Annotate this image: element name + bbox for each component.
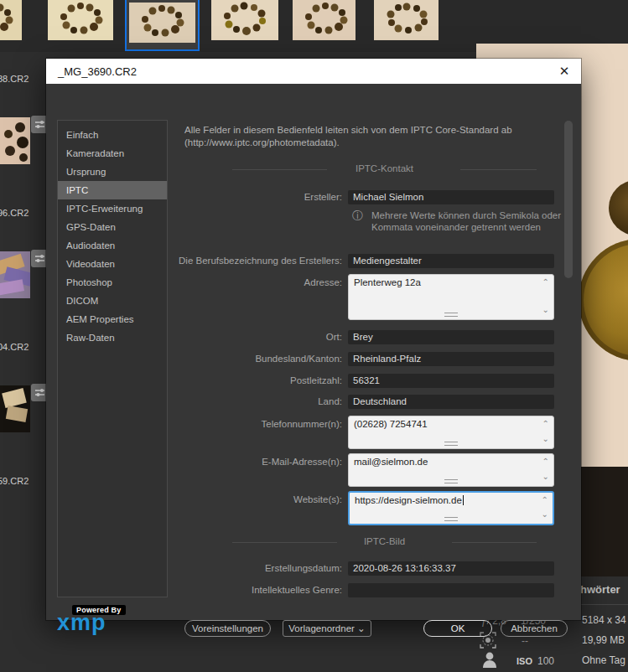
chevron-up-icon[interactable]: ⌃ xyxy=(542,421,549,427)
telefonnummer-field[interactable]: (02628) 7254741 ⌃ ⌄ xyxy=(348,416,554,449)
coins-photo xyxy=(211,0,277,39)
dialog-titlebar: _MG_3690.CR2 ✕ xyxy=(46,59,581,84)
text-cursor xyxy=(463,495,464,505)
ok-button[interactable]: OK xyxy=(423,620,492,637)
coins-photo xyxy=(129,3,195,41)
chevron-down-icon: ⌄ xyxy=(357,623,366,633)
field-label: Ort: xyxy=(166,332,342,342)
vorlagenordner-dropdown[interactable]: Vorlagenordner ⌄ xyxy=(283,620,371,637)
field-label: Die Berufsbezeichnung des Erstellers: xyxy=(166,256,342,266)
resize-handle[interactable] xyxy=(444,517,458,521)
field-label: Intellektuelles Genre: xyxy=(166,585,342,595)
flash-value: -- xyxy=(522,635,528,647)
filmstrip-filename[interactable]: 04.CR2 xyxy=(0,342,34,352)
xmp-wordmark: xmp xyxy=(57,610,106,635)
coin-large xyxy=(579,239,628,361)
field-label: Land: xyxy=(166,396,342,406)
erstellungsdatum-field[interactable]: 2020-08-26 13:16:33.37 xyxy=(348,561,554,576)
coins-photo xyxy=(48,0,113,39)
metadata-dialog: _MG_3690.CR2 ✕ Einfach Kameradaten Urspr… xyxy=(46,59,581,620)
filmstrip-filename[interactable]: 96.CR2 xyxy=(0,208,34,218)
thumbnail[interactable] xyxy=(211,0,278,40)
dialog-body: Einfach Kameradaten Ursprung IPTC IPTC-E… xyxy=(46,84,581,620)
sidebar-item-ursprung[interactable]: Ursprung xyxy=(58,163,167,181)
sidebar-item-iptc-erweiterung[interactable]: IPTC-Erweiterung xyxy=(58,199,167,218)
resize-handle[interactable] xyxy=(444,442,458,446)
iso-value: 100 xyxy=(537,655,554,667)
filmstrip-thumbnail[interactable] xyxy=(0,385,30,432)
field-label: Ersteller: xyxy=(166,192,342,202)
person-icon xyxy=(482,651,497,671)
filmstrip-filename[interactable]: 88.CR2 xyxy=(0,74,34,84)
coins-photo xyxy=(0,0,22,39)
sidebar-item-photoshop[interactable]: Photoshop xyxy=(58,273,167,292)
chevron-down-icon[interactable]: ⌄ xyxy=(542,436,549,442)
abbrechen-button[interactable]: Abbrechen xyxy=(501,620,568,637)
field-label: Erstellungsdatum: xyxy=(166,563,342,573)
field-label: Bundesland/Kanton: xyxy=(166,354,342,364)
filmstrip-thumbnail[interactable] xyxy=(0,117,30,164)
dialog-title: _MG_3690.CR2 xyxy=(58,65,137,78)
chevron-up-icon[interactable]: ⌃ xyxy=(542,279,549,286)
file-size-value: 19,99 MB xyxy=(582,634,625,646)
chevron-down-icon[interactable]: ⌄ xyxy=(542,307,549,313)
ersteller-field[interactable]: Michael Sielmon xyxy=(348,190,554,204)
coin-small xyxy=(609,180,628,235)
dimensions-value: 5184 x 34 xyxy=(582,614,626,626)
sidebar-item-videodaten[interactable]: Videodaten xyxy=(58,255,167,273)
panel-divider xyxy=(579,604,628,605)
chevron-down-icon[interactable]: ⌄ xyxy=(542,511,548,518)
resize-handle[interactable] xyxy=(444,313,458,317)
label-status-value: Ohne Tag xyxy=(582,654,625,666)
filmstrip-filename[interactable]: 59.CR2 xyxy=(0,476,34,486)
land-field[interactable]: Deutschland xyxy=(348,395,554,409)
sidebar-item-einfach[interactable]: Einfach xyxy=(58,126,167,144)
filmstrip-thumbnail[interactable] xyxy=(0,251,30,298)
sidebar-item-kameradaten[interactable]: Kameradaten xyxy=(58,144,167,163)
field-label: Postleitzahl: xyxy=(166,375,342,385)
postleitzahl-field[interactable]: 56321 xyxy=(348,374,554,388)
website-field[interactable]: https://design-sielmon.de ⌃ ⌄ xyxy=(348,491,554,525)
email-field[interactable]: mail@sielmon.de ⌃ ⌄ xyxy=(348,453,554,487)
bundesland-field[interactable]: Rheinland-Pfalz xyxy=(348,352,554,366)
resize-handle[interactable] xyxy=(444,479,458,483)
sidebar-item-iptc[interactable]: IPTC xyxy=(58,181,167,199)
bridge-app: 88.CR2 96.CR2 04.CR2 59.CR2 hwörter ƒ/ xyxy=(0,0,628,672)
field-label: Adresse: xyxy=(166,277,342,287)
xmp-logo: Powered By xmp xyxy=(57,605,141,640)
sidebar-item-raw-daten[interactable]: Raw-Daten xyxy=(58,328,167,347)
thumbnail xyxy=(129,3,195,43)
field-label: Website(s): xyxy=(166,494,342,504)
info-note: Mehrere Werte können durch Semikola oder… xyxy=(371,209,564,233)
coins-photo xyxy=(374,0,439,39)
thumbnail[interactable] xyxy=(293,0,356,40)
sidebar-item-dicom[interactable]: DICOM xyxy=(58,292,167,310)
thumbnail-selected[interactable] xyxy=(125,0,200,51)
berufsbezeichnung-field[interactable]: Mediengestalter xyxy=(348,254,554,268)
field-label: E-Mail-Adresse(n): xyxy=(166,457,342,467)
metadata-category-list: Einfach Kameradaten Ursprung IPTC IPTC-E… xyxy=(57,120,168,597)
sidebar-item-aem-properties[interactable]: AEM Properties xyxy=(58,310,167,328)
chevron-up-icon[interactable]: ⌃ xyxy=(542,497,548,504)
close-icon[interactable]: ✕ xyxy=(556,63,573,80)
keywords-tab[interactable]: hwörter xyxy=(580,583,620,596)
coins-photo xyxy=(293,0,356,39)
ort-field[interactable]: Brey xyxy=(348,330,554,344)
thumbnail[interactable] xyxy=(0,0,22,40)
chevron-up-icon[interactable]: ⌃ xyxy=(542,458,549,465)
info-icon: ⓘ xyxy=(352,209,363,224)
intellektuelles-genre-field[interactable] xyxy=(348,583,554,597)
panel-description: Alle Felder in diesem Bedienfeld leiten … xyxy=(184,124,570,149)
adresse-field[interactable]: Plenterweg 12a ⌃ ⌄ xyxy=(348,274,554,320)
iso-label: ISO xyxy=(516,656,532,666)
voreinstellungen-button[interactable]: Voreinstellungen xyxy=(184,620,271,637)
thumbnail[interactable] xyxy=(374,0,439,40)
field-label: Telefonnummer(n): xyxy=(166,419,342,429)
thumbnail[interactable] xyxy=(48,0,113,40)
sidebar-item-audiodaten[interactable]: Audiodaten xyxy=(58,236,167,255)
chevron-down-icon[interactable]: ⌄ xyxy=(542,473,549,480)
sidebar-item-gps-daten[interactable]: GPS-Daten xyxy=(58,218,167,236)
